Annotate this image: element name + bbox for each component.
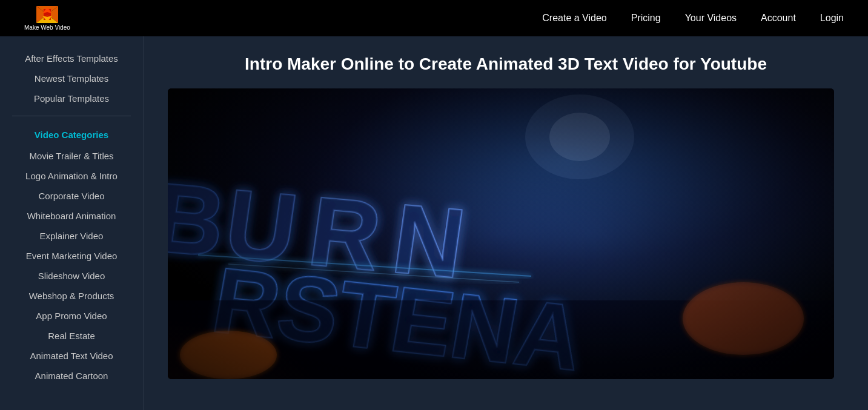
logo[interactable]: Make Web Video — [24, 6, 70, 31]
sidebar-item-movie-trailer[interactable]: Movie Trailer & Titles — [0, 146, 143, 166]
main-content: Intro Maker Online to Create Animated 3D… — [144, 36, 868, 410]
nav-pricing[interactable]: Pricing — [631, 13, 661, 24]
video-frame: B B U U R R N N RSTENA — [168, 88, 834, 379]
sidebar-item-event-marketing[interactable]: Event Marketing Video — [0, 246, 143, 266]
sidebar-item-explainer[interactable]: Explainer Video — [0, 226, 143, 246]
sidebar-category-title: Video Categories — [0, 124, 143, 146]
sidebar-item-newest[interactable]: Newest Templates — [0, 68, 143, 88]
site-header: Make Web Video Create a Video Pricing Yo… — [0, 0, 868, 36]
sidebar-item-after-effects[interactable]: After Effects Templates — [0, 48, 143, 68]
logo-text: Make Web Video — [24, 24, 70, 31]
sidebar-item-animated-text[interactable]: Animated Text Video — [0, 346, 143, 366]
sidebar-item-corporate-video[interactable]: Corporate Video — [0, 186, 143, 206]
sidebar-item-animated-cartoon[interactable]: Animated Cartoon — [0, 366, 143, 386]
main-nav: Create a Video Pricing Your Videos Accou… — [542, 13, 844, 24]
sidebar-item-logo-animation[interactable]: Logo Animation & Intro — [0, 166, 143, 186]
sidebar: After Effects Templates Newest Templates… — [0, 36, 144, 410]
sidebar-divider — [12, 116, 131, 116]
main-wrapper: After Effects Templates Newest Templates… — [0, 36, 868, 410]
nav-account[interactable]: Account — [761, 13, 796, 24]
video-preview[interactable]: B B U U R R N N RSTENA — [168, 88, 834, 379]
nav-your-videos[interactable]: Your Videos — [685, 13, 737, 24]
nav-login[interactable]: Login — [820, 13, 844, 24]
video-svg-visual: B B U U R R N N RSTENA — [168, 88, 834, 379]
sidebar-item-app-promo[interactable]: App Promo Video — [0, 306, 143, 326]
sidebar-item-real-estate[interactable]: Real Estate — [0, 326, 143, 346]
sidebar-item-whiteboard[interactable]: Whiteboard Animation — [0, 206, 143, 226]
nav-create-video[interactable]: Create a Video — [542, 13, 606, 24]
page-title: Intro Maker Online to Create Animated 3D… — [168, 55, 844, 74]
sidebar-item-popular[interactable]: Popular Templates — [0, 88, 143, 108]
logo-icon — [36, 6, 58, 23]
sidebar-item-slideshow[interactable]: Slideshow Video — [0, 266, 143, 286]
sidebar-item-webshop[interactable]: Webshop & Products — [0, 286, 143, 306]
svg-rect-28 — [168, 88, 834, 379]
